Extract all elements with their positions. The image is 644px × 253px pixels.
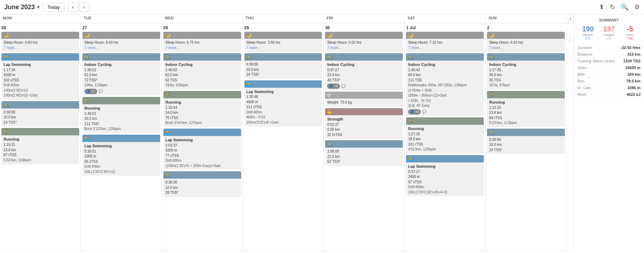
upload-icon[interactable]: ⬆: [599, 3, 604, 11]
header-dots: ›: [567, 14, 574, 23]
activity-bike-6b[interactable]: 🚴 0:30:00 10.0 km 24 TSS*: [487, 129, 565, 154]
day-cell-tue27: 27 🌙 Sleep Hours: 8.43 hrs 7 more... 🚴: [81, 23, 162, 251]
run-notes-1: Brick 5'13'/km, 126bpm: [85, 126, 158, 132]
month-dropdown-icon[interactable]: ▾: [37, 4, 39, 10]
activity-bike-2[interactable]: 🚴 Indoor Cycling 1:40:02 62.0 km 62 TSS …: [163, 53, 241, 90]
calendar-container: MON TUE WED THU FRI SAT SUN › 26 🌙: [0, 14, 644, 251]
sleep-more-1[interactable]: 7 more...: [85, 45, 158, 51]
sleep-card-header-6: 🌙: [487, 32, 565, 39]
swim-dist-1: 2000 m: [85, 154, 158, 159]
bike-title-2: Indoor Cycling: [165, 62, 239, 68]
sleep-body-3: Sleep Hours: 3.60 hrs 7 more...: [244, 39, 322, 52]
run-tss-1: 111 TSS*: [85, 122, 158, 127]
next-button[interactable]: ›: [79, 2, 89, 12]
activity-bike-1[interactable]: 🚴 Indoor Cycling 1:36:52 61.0 km 72 TSS*…: [82, 53, 160, 95]
activity-swim-1[interactable]: 🏊 Lap Swimming 0:35:51 2000 m 55 sTSS Dr…: [82, 135, 160, 176]
row-value-3: 16500 m: [625, 66, 640, 70]
row-label-5: Run: [577, 79, 584, 83]
bike-icon-3: 🚴: [246, 54, 252, 60]
header-fri: FRI: [324, 14, 405, 23]
bike-badges-1: 👤 ×2 💬: [85, 89, 158, 94]
comment-icon-1[interactable]: 💬: [99, 89, 103, 94]
sleep-more-6[interactable]: 7 more...: [489, 45, 563, 51]
sleep-card-header-2: 🌙: [163, 32, 241, 39]
activity-run-6[interactable]: 🏃 Running 1:13:10 13.6 km 69 rTSS 5'23'/…: [487, 91, 565, 127]
activity-run-5[interactable]: 🏃 Running 1:27:35 18.0 km 101 rTSS 4'52'…: [406, 117, 484, 154]
bike-tss-0a: 24 TSS*: [4, 120, 77, 125]
sleep-card-6: 🌙 Sleep Hours: 6.03 hrs 7 more...: [487, 32, 565, 52]
search-icon[interactable]: 🔍: [621, 3, 629, 11]
calendar-grid: 26 🌙 Sleep Hours: 4.83 hrs 7 more... 🏊: [0, 23, 574, 251]
fitness-value: 190: [577, 25, 599, 33]
comment-icon-4[interactable]: 💬: [341, 84, 345, 89]
header-tue: TUE: [81, 14, 162, 23]
activity-bike-3[interactable]: 🚴 0:30:00 10.0 km 24 TSS*: [244, 53, 322, 79]
dots-menu-icon[interactable]: ⋮: [567, 34, 573, 42]
bike-tss-4b: 52 TSS*: [327, 159, 401, 165]
sleep-more-3[interactable]: 7 more...: [246, 45, 320, 51]
run-dist-0: 13.6 km: [4, 148, 77, 153]
run-time-1: 1:46:01: [85, 111, 158, 117]
run-body-6: Running 1:13:10 13.6 km 69 rTSS 5'23'/km…: [487, 98, 565, 127]
activity-swim-5[interactable]: 🏊 Lap Swimming 0:37:17 2400 m 57 sTSS Dr…: [406, 155, 484, 196]
sleep-more-5[interactable]: 7 more...: [408, 45, 482, 51]
strength-tss-4: 32 hrTSS: [327, 132, 401, 138]
bike-dist-4b: 22.0 km: [327, 154, 401, 160]
swim-icon-1: 🏊: [85, 136, 90, 141]
run-body-5: Running 1:27:35 18.0 km 101 rTSS 4'52'/k…: [406, 125, 484, 154]
summary-metrics: 190 Fitness CTL 187 Fatigue ATL -5 Form …: [577, 25, 640, 40]
row-label-1: Distance: [577, 52, 593, 56]
row-label-6: El. Gain: [577, 86, 591, 90]
sleep-icon-0: 🌙: [4, 33, 9, 38]
sleep-card-3: 🌙 Sleep Hours: 3.60 hrs 7 more...: [244, 32, 322, 52]
run-dist-6: 13.6 km: [489, 110, 563, 116]
sleep-more-0[interactable]: 7 more...: [4, 45, 77, 51]
activity-bike-4b[interactable]: 🚴 1:06:00 22.0 km 52 TSS*: [325, 140, 403, 166]
activity-run-2[interactable]: 🏃 Running 1:10:54 14.0 km 75 rTSS Brick …: [163, 91, 241, 127]
bike-header-6b: 🚴: [487, 129, 565, 136]
activity-run-0[interactable]: 🏃 Running 1:15:21 13.6 km 67 rTSS 5'32'/…: [1, 128, 79, 164]
bike-header-3: 🚴: [244, 53, 322, 61]
bike-time-2: 1:40:02: [165, 68, 239, 73]
summary-row-0: Duration 22:55 hms: [577, 44, 640, 51]
sleep-card-header-5: 🌙: [406, 32, 484, 39]
sleep-card-1: 🌙 Sleep Hours: 8.43 hrs 7 more...: [82, 32, 160, 52]
run-title-5: Running: [408, 126, 482, 132]
activity-bike-2b[interactable]: 🚴 0:36:00 12.0 km 28 TSS*: [163, 171, 241, 197]
activity-swim-3[interactable]: 🏊 Lap Swimming 1:30:48 4600 m 111 sTSS D…: [244, 80, 322, 127]
today-button[interactable]: Today: [43, 3, 64, 12]
bike-body-6: Indoor Cycling 1:17:35 45.0 km 35 TSS 16…: [487, 61, 565, 90]
sleep-hours-0: Sleep Hours: 4.83 hrs: [4, 40, 77, 45]
bike-dist-5: 65.0 km: [408, 73, 482, 78]
sleep-card-4: 🌙 Sleep Hours: 6.02 hrs 7 more...: [325, 32, 403, 52]
settings-icon[interactable]: ⚙: [634, 3, 640, 11]
activity-run-1[interactable]: 🏃 Running 1:46:01 20.3 km 111 TSS* Brick…: [82, 97, 160, 133]
bike-icon-6b: 🚴: [489, 130, 495, 135]
comment-icon-5[interactable]: 💬: [422, 109, 426, 115]
summary-row-6: El. Gain 1086 m: [577, 85, 640, 91]
more-icon[interactable]: ›: [569, 16, 571, 21]
activity-swim-0[interactable]: 🏊 Lap Swimming 1:17:34 4200 m 102 sTSS D…: [1, 53, 79, 100]
run-time-5: 1:27:35: [408, 132, 482, 137]
bike-tss-1: 72 TSS*: [85, 78, 158, 83]
activity-bike-6[interactable]: 🚴 Indoor Cycling 1:17:35 45.0 km 35 TSS …: [487, 53, 565, 90]
activity-bike-0a[interactable]: 🚴 0:30:00 10.0 km 24 TSS*: [1, 101, 79, 127]
refresh-icon[interactable]: ↻: [610, 3, 615, 11]
activity-bike-4[interactable]: 🚴 Indoor Cycling 0:37:27 23.4 km 40 TSS*…: [325, 53, 403, 90]
activity-swim-2[interactable]: 🏊 Lap Swimming 1:03:37 3300 m 77 sTSS Dr…: [163, 129, 241, 170]
swim-title-0: Lap Swimming: [4, 62, 77, 68]
run-dist-2: 14.0 km: [165, 110, 239, 116]
bike-dist-6: 45.0 km: [489, 73, 563, 78]
sleep-more-4[interactable]: 7 more...: [327, 45, 401, 51]
month-selector: June 2023 ▾: [4, 4, 39, 11]
run-header-2: 🏃: [163, 91, 241, 98]
row-value-7: 4622 kJ: [626, 92, 640, 97]
day-number-29: 29: [244, 25, 322, 31]
calendar-main: MON TUE WED THU FRI SAT SUN › 26 🌙: [0, 14, 574, 251]
activity-strength-4[interactable]: 💪 Strength 0:52:27 0.00 km 32 hrTSS: [325, 108, 403, 139]
activity-bike-5[interactable]: 🚴 Indoor Cycling 1:40:43 65.0 km 111 TSS…: [406, 53, 484, 116]
prev-button[interactable]: ‹: [68, 2, 78, 12]
bike-dist-0a: 10.0 km: [4, 115, 77, 120]
sleep-more-2[interactable]: 7 more...: [165, 45, 239, 51]
sleep-card-header-0: 🌙: [1, 32, 79, 39]
